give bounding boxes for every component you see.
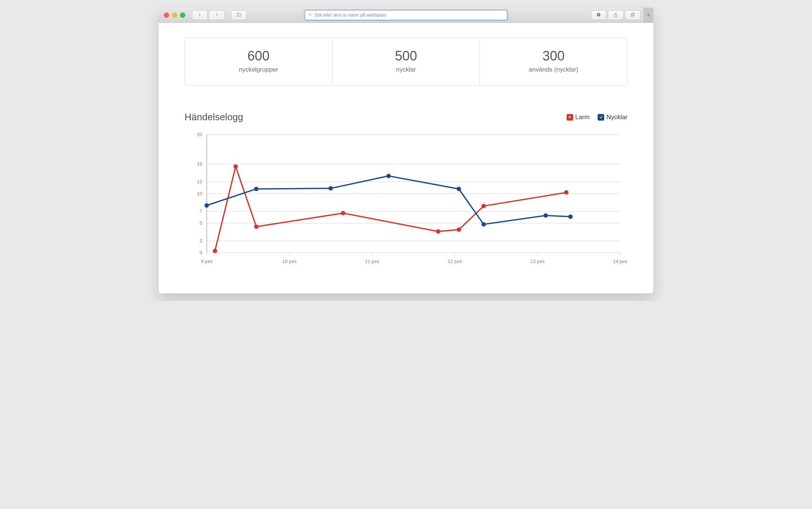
stat-label: används (nycklar) — [484, 66, 623, 73]
search-icon — [308, 13, 312, 18]
close-window-button[interactable] — [164, 13, 169, 18]
svg-point-48 — [564, 190, 568, 195]
svg-text:20: 20 — [197, 132, 202, 137]
svg-rect-9 — [632, 13, 634, 15]
forward-button[interactable] — [209, 10, 224, 20]
svg-point-56 — [568, 214, 573, 219]
address-placeholder: Sök eller skriv in namn på webbplats — [314, 13, 386, 18]
browser-window: Sök eller skriv in namn på webbplats + — [158, 7, 654, 294]
chart-legend: Larm Nycklar — [567, 114, 627, 121]
tabs-button[interactable] — [625, 10, 640, 20]
svg-point-2 — [309, 13, 311, 15]
minimize-window-button[interactable] — [172, 13, 177, 18]
share-button[interactable] — [608, 10, 623, 20]
svg-text:11 juni: 11 juni — [365, 259, 379, 264]
svg-text:2: 2 — [200, 238, 202, 243]
svg-point-44 — [341, 211, 345, 215]
zoom-window-button[interactable] — [180, 13, 185, 18]
stat-card-anvands: 300 används (nycklar) — [479, 38, 627, 85]
download-icon — [596, 12, 601, 18]
sidebar-icon — [236, 12, 241, 18]
address-bar[interactable]: Sök eller skriv in namn på webbplats — [305, 10, 507, 20]
svg-text:12: 12 — [197, 179, 202, 184]
svg-text:0: 0 — [200, 250, 202, 255]
sidebar-toggle-button[interactable] — [231, 10, 247, 20]
svg-rect-0 — [237, 13, 241, 16]
svg-point-51 — [328, 186, 333, 191]
legend-item-nycklar[interactable]: Nycklar — [598, 114, 627, 121]
chart-title: Händelselogg — [185, 111, 243, 123]
back-button[interactable] — [192, 10, 207, 20]
svg-point-45 — [436, 229, 440, 233]
svg-point-43 — [254, 225, 258, 229]
chevron-right-icon — [214, 12, 219, 18]
svg-text:10: 10 — [197, 191, 202, 196]
svg-point-54 — [481, 222, 486, 226]
stat-label: nyckelgrupper — [189, 66, 328, 73]
stat-card-nycklar: 500 nycklar — [332, 38, 480, 85]
share-icon — [613, 12, 618, 18]
window-controls — [164, 13, 185, 18]
svg-text:5: 5 — [200, 220, 202, 226]
svg-text:12 juni: 12 juni — [448, 259, 462, 264]
svg-point-53 — [457, 187, 461, 191]
page-content: 600 nyckelgrupper 500 nycklar 300 använd… — [159, 23, 653, 293]
svg-point-50 — [254, 187, 258, 191]
plus-icon: + — [647, 11, 651, 19]
stat-label: nycklar — [336, 66, 476, 73]
check-square-icon — [598, 114, 604, 121]
titlebar: Sök eller skriv in namn på webbplats + — [159, 8, 653, 23]
svg-text:9 juni: 9 juni — [201, 259, 212, 264]
svg-line-3 — [311, 15, 312, 16]
svg-text:13 juni: 13 juni — [530, 259, 544, 264]
stat-value: 300 — [484, 48, 623, 64]
tabs-icon — [630, 12, 635, 18]
legend-label: Nycklar — [606, 114, 627, 121]
svg-point-49 — [204, 203, 209, 208]
stat-cards: 600 nyckelgrupper 500 nycklar 300 använd… — [185, 38, 627, 86]
svg-point-52 — [386, 174, 391, 178]
close-square-icon — [567, 114, 573, 121]
chart-svg: 0257101215209 juni10 juni11 juni12 juni1… — [185, 131, 627, 271]
event-log-chart: 0257101215209 juni10 juni11 juni12 juni1… — [185, 131, 627, 271]
stat-value: 600 — [189, 48, 328, 64]
svg-point-47 — [481, 204, 486, 208]
downloads-button[interactable] — [591, 10, 606, 20]
svg-text:10 juni: 10 juni — [282, 259, 296, 264]
legend-label: Larm — [575, 114, 590, 121]
new-tab-button[interactable]: + — [643, 8, 653, 22]
svg-rect-8 — [631, 14, 633, 16]
stat-value: 500 — [336, 48, 476, 64]
svg-point-55 — [543, 213, 548, 218]
legend-item-larm[interactable]: Larm — [567, 114, 590, 121]
stat-card-nyckelgrupper: 600 nyckelgrupper — [185, 38, 332, 85]
svg-text:7: 7 — [200, 208, 202, 214]
svg-point-42 — [233, 164, 238, 169]
svg-text:14 juni: 14 juni — [613, 259, 627, 264]
svg-text:15: 15 — [197, 161, 202, 167]
svg-point-41 — [213, 249, 217, 253]
svg-point-46 — [457, 228, 461, 232]
chevron-left-icon — [197, 12, 202, 18]
